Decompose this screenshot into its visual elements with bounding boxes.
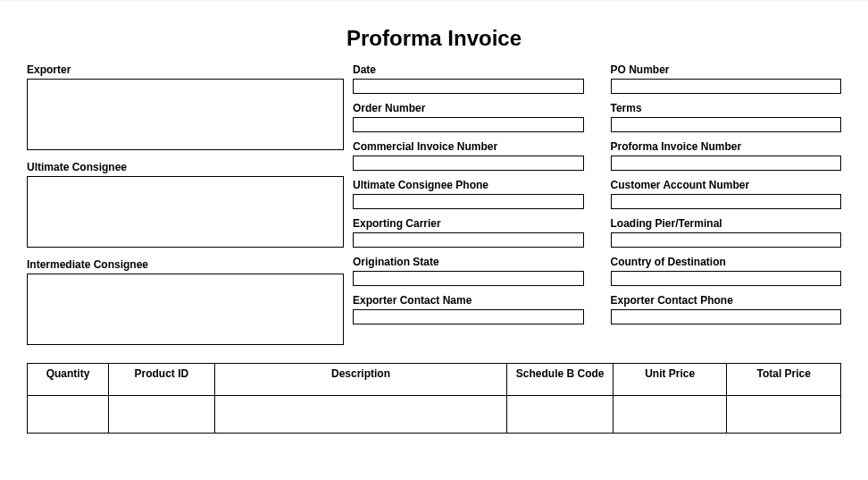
- country-of-destination-input[interactable]: [611, 271, 842, 286]
- customer-account-number-input[interactable]: [611, 194, 842, 209]
- customer-account-number-label: Customer Account Number: [611, 179, 842, 191]
- order-number-input[interactable]: [353, 117, 584, 132]
- loading-pier-terminal-field-group: Loading Pier/Terminal: [611, 217, 842, 248]
- ultimate-consignee-label: Ultimate Consignee: [27, 161, 317, 173]
- proforma-invoice-number-input[interactable]: [611, 156, 842, 171]
- cell-unit-price[interactable]: [613, 396, 727, 434]
- invoice-page: Proforma Invoice Exporter Ultimate Consi…: [0, 0, 868, 480]
- order-number-field-group: Order Number: [353, 102, 584, 132]
- col-header-product-id: Product ID: [109, 364, 214, 396]
- loading-pier-terminal-input[interactable]: [611, 232, 842, 248]
- commercial-invoice-number-label: Commercial Invoice Number: [353, 140, 584, 153]
- right-columns: Date Order Number Commercial Invoice Num…: [353, 63, 841, 356]
- exporter-contact-phone-field-group: Exporter Contact Phone: [611, 294, 842, 324]
- left-column: Exporter Ultimate Consignee Intermediate…: [27, 63, 353, 356]
- far-right-column: PO Number Terms Proforma Invoice Number …: [611, 63, 842, 356]
- date-input[interactable]: [353, 79, 584, 94]
- proforma-invoice-number-field-group: Proforma Invoice Number: [611, 140, 842, 171]
- cell-description[interactable]: [214, 396, 507, 434]
- top-section: Exporter Ultimate Consignee Intermediate…: [0, 63, 868, 356]
- items-header-row: Quantity Product ID Description Schedule…: [28, 364, 841, 396]
- country-of-destination-field-group: Country of Destination: [611, 256, 842, 286]
- cell-quantity[interactable]: [28, 396, 109, 434]
- exporter-contact-name-field-group: Exporter Contact Name: [353, 294, 584, 324]
- po-number-field-group: PO Number: [611, 63, 842, 94]
- po-number-label: PO Number: [611, 63, 842, 76]
- col-header-schedule-b: Schedule B Code: [507, 364, 613, 396]
- date-label: Date: [353, 63, 584, 76]
- col-header-quantity: Quantity: [28, 364, 109, 396]
- commercial-invoice-number-input[interactable]: [353, 156, 584, 171]
- exporter-contact-phone-label: Exporter Contact Phone: [611, 294, 842, 307]
- terms-field-group: Terms: [611, 102, 842, 132]
- exporter-contact-name-input[interactable]: [353, 309, 584, 324]
- proforma-invoice-number-label: Proforma Invoice Number: [611, 140, 842, 153]
- country-of-destination-label: Country of Destination: [611, 256, 842, 268]
- col-header-total-price: Total Price: [727, 364, 841, 396]
- po-number-input[interactable]: [611, 79, 842, 94]
- middle-column: Date Order Number Commercial Invoice Num…: [353, 63, 584, 356]
- origination-state-field-group: Origination State: [353, 256, 584, 286]
- ultimate-consignee-box[interactable]: [27, 176, 344, 248]
- cell-total-price[interactable]: [727, 396, 841, 434]
- col-header-unit-price: Unit Price: [613, 364, 727, 396]
- cell-product-id[interactable]: [109, 396, 214, 434]
- exporter-contact-name-label: Exporter Contact Name: [353, 294, 584, 307]
- origination-state-input[interactable]: [353, 271, 584, 286]
- page-title: Proforma Invoice: [0, 26, 868, 51]
- exporter-contact-phone-input[interactable]: [611, 309, 842, 324]
- intermediate-consignee-label: Intermediate Consignee: [27, 258, 317, 271]
- col-header-description: Description: [214, 364, 507, 396]
- exporting-carrier-input[interactable]: [353, 232, 584, 248]
- table-row: [28, 396, 841, 434]
- ultimate-consignee-phone-label: Ultimate Consignee Phone: [353, 179, 584, 191]
- exporting-carrier-field-group: Exporting Carrier: [353, 217, 584, 248]
- ultimate-consignee-phone-input[interactable]: [353, 194, 584, 209]
- date-field-group: Date: [353, 63, 584, 94]
- items-table-wrap: Quantity Product ID Description Schedule…: [0, 363, 868, 434]
- exporter-box[interactable]: [27, 79, 344, 150]
- exporting-carrier-label: Exporting Carrier: [353, 217, 584, 230]
- origination-state-label: Origination State: [353, 256, 584, 268]
- loading-pier-terminal-label: Loading Pier/Terminal: [611, 217, 842, 230]
- commercial-invoice-number-field-group: Commercial Invoice Number: [353, 140, 584, 171]
- items-table: Quantity Product ID Description Schedule…: [27, 363, 841, 434]
- terms-label: Terms: [611, 102, 842, 114]
- terms-input[interactable]: [611, 117, 842, 132]
- ultimate-consignee-phone-field-group: Ultimate Consignee Phone: [353, 179, 584, 209]
- cell-schedule-b[interactable]: [507, 396, 613, 434]
- customer-account-number-field-group: Customer Account Number: [611, 179, 842, 209]
- order-number-label: Order Number: [353, 102, 584, 114]
- exporter-label: Exporter: [27, 63, 317, 76]
- intermediate-consignee-box[interactable]: [27, 274, 344, 345]
